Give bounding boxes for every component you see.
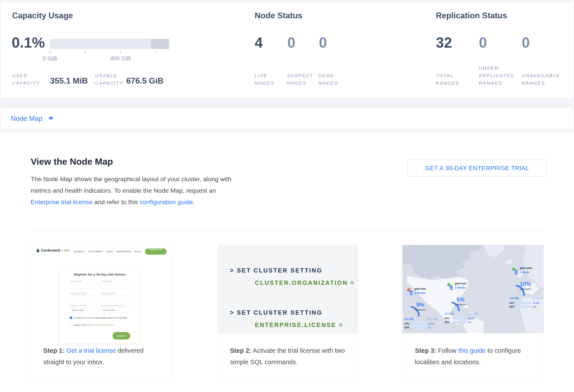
cockroach-bug-icon [36, 248, 40, 253]
locality-name: geo=sfo [415, 287, 426, 290]
cpu-value: 11.0% [428, 322, 434, 325]
step3-caption: Step 3: Follow this guide to configure l… [415, 345, 535, 368]
qps-value: 0.0 [468, 321, 471, 323]
dead-nodes-label: DEADNODES [318, 72, 338, 87]
trial-license-form: Register for a 30-day trial license FIRS… [59, 268, 140, 343]
capacity-used: 3.7 GiB [445, 312, 454, 315]
step1-card: Cockroach LABS PRODUCT CUSTOMERS DOCS RE… [31, 245, 172, 379]
form-title: Register for a 30-day trial license [60, 273, 140, 276]
axis-tick-label: 0 GiB [37, 55, 63, 62]
live-nodes-value: 4 [255, 35, 263, 50]
field-label: PROJECT PHASE [70, 304, 87, 307]
qps-sparkline [517, 305, 531, 308]
brand-name: Cockroach [41, 248, 61, 253]
capacity-usage-bar: 0 GiB 400 GiB [50, 39, 169, 63]
axis-tick [156, 51, 156, 54]
under-replicated-ranges-value: 0 [479, 35, 487, 50]
reason-for-interest-select: Please Select [101, 307, 129, 313]
under-replicated-ranges-label: UNDER-REPLICATEDRANGES [479, 64, 514, 87]
step-number: Step 2: [230, 347, 251, 354]
capacity-percent: 6% [447, 296, 474, 303]
suspect-nodes-value: 0 [287, 35, 295, 50]
cpu-label: CPU [510, 302, 515, 304]
unavailable-ranges-value: 0 [522, 35, 530, 50]
database-stack-icon [514, 270, 518, 275]
field-label: COMPANY NAME [70, 292, 86, 295]
nav-link: DOCS [107, 250, 113, 253]
sql-setting-line: CLUSTER.ORGANIZATION = [255, 280, 355, 286]
cpu-sparkline [412, 322, 426, 325]
get-trial-license-link[interactable]: Get a trial license [66, 347, 116, 354]
node-map-intro-section: View the Node Map The Node Map shows the… [0, 132, 574, 392]
qps-sparkline [412, 326, 426, 329]
cpu-sparkline [517, 302, 531, 304]
cpu-value: 42.5% [468, 317, 474, 320]
email-updates-checkbox-row: I would like to receive email updates ab… [70, 317, 127, 319]
intro-text: . [193, 198, 195, 205]
capacity-total: 65.7 GiB [467, 312, 478, 315]
get-enterprise-trial-button[interactable]: GET A 30-DAY ENTERPRISE TRIAL [408, 160, 547, 177]
used-capacity-label: USED CAPACITY [12, 72, 40, 87]
enterprise-trial-license-link[interactable]: Enterprise trial license [31, 198, 92, 205]
this-guide-link[interactable]: this guide [458, 347, 486, 354]
step2-card: > SET CLUSTER SETTING CLUSTER.ORGANIZATI… [217, 245, 358, 379]
cockroach-labs-logo: Cockroach LABS [36, 248, 70, 253]
intro-text: The Node Map shows the geographical layo… [31, 175, 231, 194]
cpu-label: CPU [445, 317, 451, 320]
project-phase-select: Please Select [70, 307, 99, 313]
node-map-dropdown-label: Node Map [11, 115, 42, 123]
nav-link: CUSTOMERS [88, 250, 103, 253]
checkbox-checked-icon [70, 317, 72, 319]
cluster-overview-panel: Capacity Usage 0.1% 0 GiB 400 GiB USED C… [0, 2, 574, 98]
qps-label: QPS [405, 326, 410, 329]
first-name-field [70, 283, 99, 289]
database-stack-icon [409, 291, 413, 296]
qps-sparkline [452, 321, 466, 323]
section-divider [31, 230, 544, 231]
capacity-gauge: 10% CAPACITY [512, 276, 539, 296]
node-status-title: Node Status [255, 11, 302, 20]
field-label: LAST NAME [101, 280, 112, 282]
checkbox-label: I agree to the Software License Agreemen… [74, 324, 114, 326]
submit-button: SUBMIT [113, 332, 130, 339]
capacity-label: CAPACITY [447, 303, 474, 306]
step-number: Step 1: [43, 347, 65, 354]
capacity-gauge: 9% CAPACITY [407, 296, 434, 317]
capacity-label: CAPACITY [512, 288, 539, 290]
node-map-dropdown[interactable]: Node Map [11, 108, 53, 130]
nav-link: RESOURCES [117, 250, 131, 253]
capacity-usage-percent: 0.1% [12, 35, 45, 50]
intro-description: The Node Map shows the geographical layo… [31, 173, 240, 208]
company-email-field [101, 295, 129, 301]
qps-label: QPS [445, 321, 451, 323]
locality-node-count: 2 Nodes [415, 291, 426, 295]
capacity-usage-title: Capacity Usage [12, 11, 73, 20]
sql-setting-line: ENTERPRISE.LICENSE = [255, 322, 343, 329]
view-selector-bar: Node Map [0, 108, 574, 129]
step-number: Step 3: [415, 347, 436, 354]
cpu-value: 12.3% [533, 302, 539, 304]
step1-caption: Step 1: Get a trial license delivered st… [43, 345, 164, 368]
step3-card: 1 geo=sfo 2 Nodes 9% CAPACITY 3 [402, 245, 544, 379]
axis-tick [120, 51, 121, 54]
cpu-sparkline [452, 317, 466, 320]
usable-capacity-value: 676.5 GiB [126, 76, 164, 86]
configuration-guide-link[interactable]: configuration guide [140, 198, 193, 205]
last-name-field [101, 283, 129, 289]
capacity-total: 34.4 GiB [532, 297, 543, 300]
qps-value: 0.0 [533, 306, 536, 308]
total-ranges-label: TOTALRANGES [436, 72, 459, 87]
caption-text: Follow [436, 347, 458, 354]
axis-tick [50, 51, 50, 54]
axis-tick [85, 51, 85, 54]
step2-caption: Step 2: Activate the trial license with … [230, 345, 350, 368]
software-license-agreement-link: Software License Agreement. [87, 324, 114, 326]
intro-text: and refer to this [92, 198, 140, 205]
usable-capacity-label: USABLE CAPACITY [95, 72, 123, 87]
field-label: FIRST NAME [70, 280, 82, 282]
sql-command-line: > SET CLUSTER SETTING [230, 309, 322, 316]
dead-nodes-value: 0 [319, 35, 327, 50]
capacity-bar-nonusable-segment [151, 39, 169, 49]
capacity-total: 35.1 GiB [427, 317, 438, 320]
checkbox-label: I would like to receive email updates ab… [74, 317, 127, 319]
